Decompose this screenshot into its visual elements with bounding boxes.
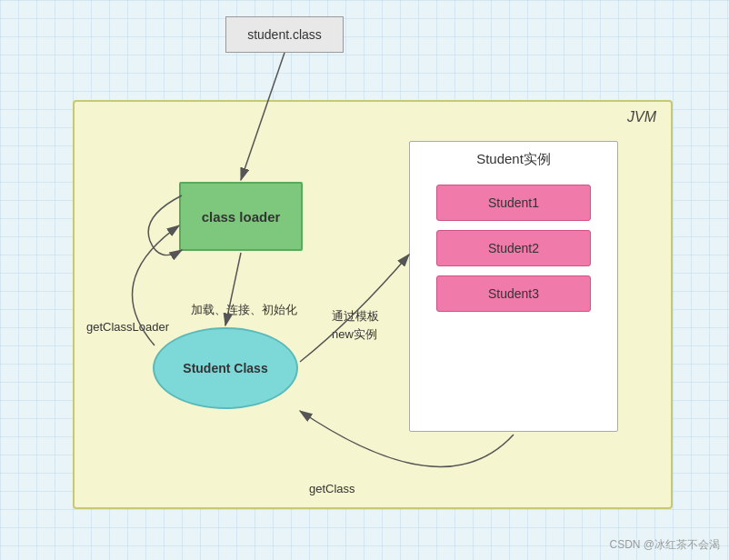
class-loader-label: class loader — [202, 209, 281, 225]
student-class-ellipse: Student Class — [153, 327, 298, 409]
instances-title: Student实例 — [410, 142, 617, 175]
watermark: CSDN @冰红茶不会渴 — [609, 537, 720, 553]
load-label: 加载、连接、初始化 — [191, 302, 297, 318]
new-instance-label: 通过模板new实例 — [332, 307, 379, 343]
jvm-label: JVM — [627, 109, 656, 125]
student-class-label: student.class — [247, 27, 322, 42]
student-class-ellipse-label: Student Class — [183, 361, 267, 375]
canvas: JVM student.class class loader Student C… — [0, 0, 729, 560]
instances-box: Student实例 Student1 Student2 Student3 — [409, 141, 618, 432]
instance-item-1: Student1 — [436, 185, 591, 221]
get-class-label: getClass — [309, 482, 355, 495]
class-loader-box: class loader — [179, 182, 303, 251]
student-class-box: student.class — [225, 16, 344, 53]
get-class-loader-label: getClassLoader — [86, 320, 169, 334]
instance-item-3: Student3 — [436, 275, 591, 312]
instance-item-2: Student2 — [436, 230, 591, 266]
